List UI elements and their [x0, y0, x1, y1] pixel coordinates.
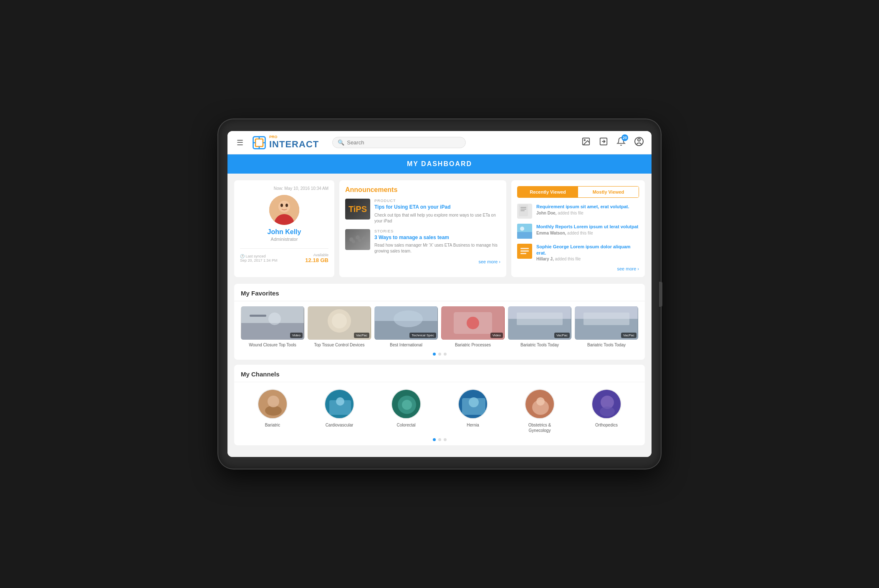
- svg-rect-1: [255, 139, 263, 146]
- viewed-item-3[interactable]: Sophie George Lorem ipsum dolor aliquam …: [517, 244, 639, 261]
- svg-rect-48: [517, 313, 563, 325]
- main-content: Now: May 10, 2016 10:34 AM: [227, 174, 652, 457]
- viewed-see-more[interactable]: see more ›: [517, 266, 639, 271]
- favorite-item-6[interactable]: VacPac Bariatric Tools Today: [575, 306, 638, 348]
- announcement-desc-1: Check out tips that will help you explor…: [374, 212, 500, 224]
- announcement-item-2[interactable]: STORIES 3 Ways to manage a sales team Re…: [345, 229, 500, 255]
- favorite-item-4[interactable]: Video Bariatric Processes: [441, 306, 505, 348]
- share-icon[interactable]: [599, 137, 608, 148]
- fav-badge-4: Video: [490, 333, 503, 338]
- announcement-item-1[interactable]: TiPS PRODUCT Tips for Using ETA on your …: [345, 199, 500, 224]
- profile-icon[interactable]: [634, 136, 644, 149]
- favorites-dot-1[interactable]: [433, 353, 436, 356]
- channel-obstetrics[interactable]: Obstetrics & Gynecology: [506, 389, 573, 433]
- search-bar[interactable]: 🔍: [332, 137, 466, 148]
- notification-count: 20: [621, 134, 628, 141]
- viewed-item-meta-2: Emma Watson, added this file: [536, 231, 638, 235]
- navbar: ☰ PRO INTERACT 🔍: [227, 131, 652, 154]
- svg-point-15: [280, 204, 283, 207]
- channel-colorectal[interactable]: Colorectal: [373, 389, 440, 433]
- channels-dot-1[interactable]: [433, 438, 436, 441]
- channel-circle-obstetrics: [525, 389, 555, 419]
- tab-mostly-viewed[interactable]: Mostly Viewed: [578, 187, 639, 197]
- logo-text: INTERACT: [269, 139, 319, 149]
- svg-rect-30: [520, 248, 529, 249]
- sync-info: 🕐 Last synced Sep 20, 2017 1:34 PM: [240, 254, 278, 262]
- favorite-label-2: Top Tissue Control Devices: [308, 342, 371, 348]
- favorite-label-6: Bariatric Tools Today: [575, 342, 638, 348]
- svg-rect-23: [520, 207, 526, 208]
- channel-label-colorectal: Colorectal: [397, 422, 415, 428]
- tab-recently-viewed[interactable]: Recently Viewed: [518, 187, 578, 197]
- available-storage: Available 12.18 GB: [305, 253, 328, 263]
- user-role: Administrator: [271, 237, 298, 242]
- channel-circle-cardiovascular: [324, 389, 354, 419]
- notification-icon[interactable]: 20: [616, 137, 626, 148]
- viewed-item-title-2[interactable]: Monthly Reports Lorem ipsum ut lerat vol…: [536, 224, 638, 230]
- channels-section-header: My Channels: [234, 365, 645, 382]
- viewed-item-2[interactable]: Monthly Reports Lorem ipsum ut lerat vol…: [517, 224, 639, 239]
- viewed-item-meta-3: Hillary J, added this file: [536, 257, 639, 261]
- favorite-item-1[interactable]: Video Wound Closure Top Tools: [241, 306, 304, 348]
- channel-circle-hernia: [458, 389, 488, 419]
- channels-dot-3[interactable]: [444, 438, 447, 441]
- svg-rect-24: [520, 209, 526, 209]
- viewed-item-content-2: Monthly Reports Lorem ipsum ut lerat vol…: [536, 224, 638, 235]
- favorite-thumb-6: VacPac: [575, 306, 638, 340]
- channels-grid: Bariatric Cardiova: [234, 382, 645, 436]
- channel-circle-colorectal: [391, 389, 421, 419]
- favorite-item-3[interactable]: Technical Spec Best International: [374, 306, 438, 348]
- announcement-title-1[interactable]: Tips for Using ETA on your iPad: [374, 204, 500, 211]
- fav-badge-5: VacPac: [554, 333, 570, 338]
- channels-dot-2[interactable]: [438, 438, 441, 441]
- viewed-thumb-3: [517, 244, 532, 259]
- favorites-dot-2[interactable]: [438, 353, 441, 356]
- fav-badge-1: Video: [290, 333, 303, 338]
- logo-pro-label: PRO: [269, 135, 319, 139]
- announcement-thumb-2: [345, 229, 370, 250]
- announcement-tag-1: PRODUCT: [374, 199, 500, 203]
- channel-orthopedics[interactable]: Orthopedics: [573, 389, 640, 433]
- viewed-item-content-1: Requirement ipsum sit amet, erat volutpa…: [536, 204, 629, 215]
- svg-point-16: [285, 204, 288, 207]
- hamburger-menu-icon[interactable]: ☰: [235, 136, 245, 149]
- announcements-see-more[interactable]: see more ›: [345, 259, 500, 264]
- announcement-thumb-1: TiPS: [345, 199, 370, 220]
- favorite-item-2[interactable]: VacPac Top Tissue Control Devices: [308, 306, 371, 348]
- svg-rect-36: [250, 315, 266, 317]
- svg-point-35: [268, 313, 281, 325]
- viewed-item-1[interactable]: Requirement ipsum sit amet, erat volutpa…: [517, 204, 639, 219]
- channel-bariatric[interactable]: Bariatric: [239, 389, 306, 433]
- svg-point-7: [584, 140, 585, 141]
- favorite-thumb-4: Video: [441, 306, 505, 340]
- announcement-tag-2: STORIES: [374, 229, 500, 233]
- svg-rect-32: [520, 253, 526, 254]
- search-input[interactable]: [347, 139, 460, 146]
- user-datetime: Now: May 10, 2016 10:34 AM: [240, 186, 328, 191]
- sync-date: Sep 20, 2017 1:34 PM: [240, 258, 278, 262]
- viewed-item-title-1[interactable]: Requirement ipsum sit amet, erat volutpa…: [536, 204, 629, 209]
- favorite-label-4: Bariatric Processes: [441, 342, 505, 348]
- channel-label-cardiovascular: Cardiovascular: [326, 422, 354, 428]
- channel-hernia[interactable]: Hernia: [440, 389, 506, 433]
- channel-circle-bariatric: [258, 389, 288, 419]
- favorite-item-5[interactable]: VacPac Bariatric Tools Today: [508, 306, 571, 348]
- favorites-dot-3[interactable]: [444, 353, 447, 356]
- logo-icon: [252, 135, 267, 150]
- channel-cardiovascular[interactable]: Cardiovascular: [306, 389, 373, 433]
- viewed-item-content-3: Sophie George Lorem ipsum dolor aliquam …: [536, 244, 639, 261]
- image-search-icon[interactable]: [581, 137, 591, 148]
- announcement-title-2[interactable]: 3 Ways to manage a sales team: [374, 235, 500, 241]
- channel-label-bariatric: Bariatric: [265, 422, 280, 428]
- svg-point-45: [467, 317, 479, 329]
- svg-rect-51: [583, 313, 629, 325]
- channels-section: My Channels Bariatri: [234, 365, 645, 445]
- dashboard-title: MY DASHBOARD: [407, 160, 472, 167]
- favorite-thumb-3: Technical Spec: [374, 306, 438, 340]
- search-icon: 🔍: [338, 139, 344, 146]
- favorite-label-5: Bariatric Tools Today: [508, 342, 571, 348]
- svg-point-69: [600, 406, 615, 416]
- viewed-item-title-3[interactable]: Sophie George Lorem ipsum dolor aliquam …: [536, 244, 639, 256]
- announcement-content-2: STORIES 3 Ways to manage a sales team Re…: [374, 229, 500, 255]
- favorites-grid: Video Wound Closure Top Tools VacPac: [234, 301, 645, 350]
